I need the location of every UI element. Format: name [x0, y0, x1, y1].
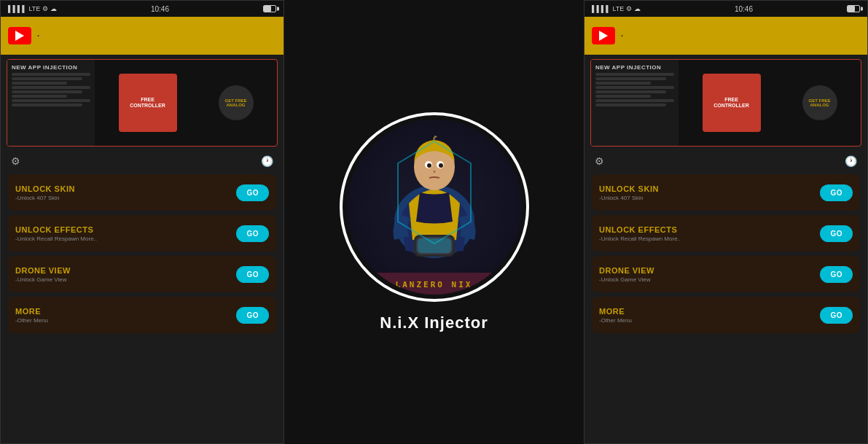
- left-skin-title: UNLOCK SKIN: [15, 184, 75, 193]
- left-icons-row: ⚙ 🕐: [1, 151, 284, 171]
- left-clock-icon[interactable]: 🕐: [261, 155, 273, 167]
- left-ad-banner[interactable]: NEW APP INJECTION FREECONTROLLER: [7, 59, 278, 147]
- right-ad-line-5: [595, 90, 666, 93]
- left-more-go-btn[interactable]: GO: [236, 307, 269, 324]
- left-more-title: MORE: [15, 307, 48, 316]
- left-effects-go-btn[interactable]: GO: [236, 225, 269, 242]
- right-effects-sub: -Unlock Recall Respawn More..: [599, 235, 681, 242]
- right-menu-item-effects: UNLOCK EFFECTS -Unlock Recall Respawn Mo…: [592, 215, 860, 252]
- right-menu-list: UNLOCK SKIN -Unlock 407 Skin GO UNLOCK E…: [584, 171, 867, 340]
- left-youtube-icon[interactable]: [8, 27, 31, 44]
- left-drone-go-btn[interactable]: GO: [236, 266, 269, 283]
- left-icons: ⚙ ☁: [42, 5, 57, 12]
- character-illustration: [369, 127, 500, 258]
- left-status-bar: ▌▌▌▌ LTE ⚙ ☁ 10:46: [1, 1, 284, 17]
- right-menu-item-skin: UNLOCK SKIN -Unlock 407 Skin GO: [592, 174, 860, 211]
- left-ad-card-text: FREECONTROLLER: [130, 97, 165, 109]
- right-ad-lines: [595, 73, 674, 106]
- right-ad-line-2: [595, 77, 666, 80]
- right-battery-icon: [847, 5, 860, 12]
- right-more-go-btn[interactable]: GO: [820, 307, 853, 324]
- left-phone-panel: ▌▌▌▌ LTE ⚙ ☁ 10:46 · NEW APP INJECTION: [0, 0, 284, 444]
- left-menu-item-effects: UNLOCK EFFECTS -Unlock Recall Respawn Mo…: [8, 215, 276, 252]
- left-status-left: ▌▌▌▌ LTE ⚙ ☁: [8, 5, 57, 12]
- left-battery-icon: [263, 5, 276, 12]
- center-area: LANZERO NIX N.i.X Injector: [284, 0, 584, 444]
- svg-rect-3: [418, 238, 451, 253]
- left-ad-badge: GET FREEANALOG: [219, 85, 254, 120]
- right-menu-item-more: MORE -Other Menu GO: [592, 297, 860, 333]
- right-status-left: ▌▌▌▌ LTE ⚙ ☁: [592, 5, 641, 12]
- right-more-sub: -Other Menu: [599, 317, 632, 324]
- right-drone-go-btn[interactable]: GO: [820, 266, 853, 283]
- logo-inner: LANZERO NIX: [347, 120, 522, 295]
- svg-point-7: [427, 163, 431, 168]
- right-phone-panel: ▌▌▌▌ LTE ⚙ ☁ 10:46 · NEW APP INJECTION: [584, 0, 868, 444]
- right-network-label: LTE: [613, 5, 625, 12]
- right-ad-line-7: [595, 99, 674, 102]
- left-ad-card: FREECONTROLLER: [119, 74, 177, 132]
- right-skin-go-btn[interactable]: GO: [820, 184, 853, 201]
- right-ad-line-1: [595, 73, 674, 76]
- right-effects-go-btn[interactable]: GO: [820, 225, 853, 242]
- left-menu-item-drone: DRONE VIEW -Unlock Game View GO: [8, 256, 276, 292]
- left-skin-sub: -Unlock 407 Skin: [15, 195, 75, 201]
- logo-circle: LANZERO NIX: [340, 112, 529, 302]
- left-ad-line-8: [12, 104, 82, 106]
- left-ad-left: NEW APP INJECTION: [7, 60, 95, 146]
- right-ad-line-4: [595, 86, 674, 89]
- left-menu-item-more: MORE -Other Menu GO: [8, 297, 276, 333]
- left-ad-title: NEW APP INJECTION: [12, 64, 90, 71]
- left-drone-sub: -Unlock Game View: [15, 276, 71, 283]
- right-youtube-text: ·: [621, 31, 623, 40]
- right-ad-banner[interactable]: NEW APP INJECTION FREECONTROLLER: [590, 59, 861, 147]
- left-effects-sub: -Unlock Recall Respawn More..: [15, 235, 97, 242]
- right-youtube-bar[interactable]: ·: [584, 17, 867, 55]
- right-ad-badge: GET FREEANALOG: [802, 85, 837, 120]
- right-drone-info: DRONE VIEW -Unlock Game View: [599, 266, 654, 283]
- right-time: 10:46: [735, 5, 753, 13]
- right-play-triangle: [599, 31, 608, 41]
- left-ad-line-4: [12, 86, 90, 89]
- left-skin-go-btn[interactable]: GO: [236, 184, 269, 201]
- left-ad-right: FREECONTROLLER GET FREEANALOG: [95, 60, 277, 146]
- left-skin-info: UNLOCK SKIN -Unlock 407 Skin: [15, 184, 75, 201]
- right-skin-info: UNLOCK SKIN -Unlock 407 Skin: [599, 184, 659, 201]
- left-effects-title: UNLOCK EFFECTS: [15, 225, 97, 234]
- right-ad-line-3: [595, 82, 651, 85]
- right-more-title: MORE: [599, 307, 632, 316]
- left-menu-item-skin: UNLOCK SKIN -Unlock 407 Skin GO: [8, 174, 276, 211]
- right-skin-sub: -Unlock 407 Skin: [599, 195, 659, 201]
- right-clock-icon[interactable]: 🕐: [845, 155, 857, 167]
- svg-point-8: [439, 163, 443, 168]
- right-ad-card: FREECONTROLLER: [703, 74, 761, 132]
- right-icons-row: ⚙ 🕐: [584, 151, 867, 171]
- right-ad-left: NEW APP INJECTION: [591, 60, 679, 146]
- right-ad-cta: GET FREEANALOG: [802, 85, 837, 120]
- left-status-right: [263, 5, 276, 12]
- right-skin-title: UNLOCK SKIN: [599, 184, 659, 193]
- logo-name-text: LANZERO NIX: [396, 280, 473, 289]
- right-ad-card-text: FREECONTROLLER: [713, 97, 749, 109]
- left-effects-info: UNLOCK EFFECTS -Unlock Recall Respawn Mo…: [15, 225, 97, 242]
- left-ad-line-2: [12, 77, 82, 80]
- right-ad-line-8: [595, 104, 666, 106]
- logo-nameplate: LANZERO NIX: [347, 273, 522, 295]
- left-more-info: MORE -Other Menu: [15, 307, 48, 324]
- left-youtube-text: ·: [37, 31, 39, 40]
- right-drone-title: DRONE VIEW: [599, 266, 654, 275]
- right-menu-item-drone: DRONE VIEW -Unlock Game View GO: [592, 256, 860, 292]
- left-settings-icon[interactable]: ⚙: [11, 155, 20, 167]
- left-drone-title: DRONE VIEW: [15, 266, 71, 275]
- right-signal-icon: ▌▌▌▌: [592, 5, 611, 12]
- left-ad-line-1: [12, 73, 90, 76]
- right-effects-title: UNLOCK EFFECTS: [599, 225, 681, 234]
- left-youtube-bar[interactable]: ·: [1, 17, 284, 55]
- left-ad-line-5: [12, 90, 82, 93]
- left-network-label: LTE: [29, 5, 41, 12]
- right-youtube-icon[interactable]: [592, 27, 615, 44]
- left-time: 10:46: [151, 5, 169, 13]
- left-signal-icon: ▌▌▌▌: [8, 5, 27, 12]
- left-ad-lines: [12, 73, 90, 106]
- right-settings-icon[interactable]: ⚙: [595, 155, 604, 167]
